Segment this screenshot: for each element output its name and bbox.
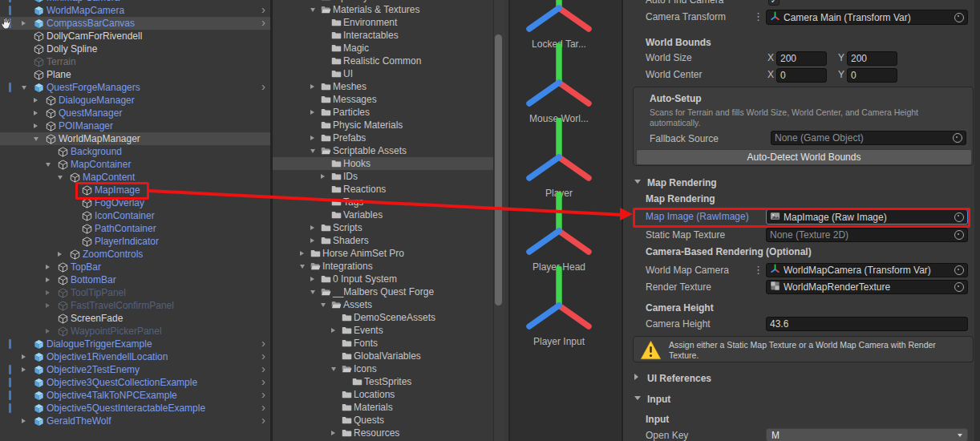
collapse-arrow-icon[interactable] [310, 290, 315, 294]
expand-arrow-icon[interactable] [34, 123, 38, 128]
expand-arrow-icon[interactable] [22, 21, 26, 26]
foldout-open-icon[interactable] [634, 180, 641, 184]
collapse-arrow-icon[interactable] [58, 176, 63, 180]
project-folder-reactions[interactable]: Reactions [273, 183, 493, 196]
hierarchy-item-dialoguemanager[interactable]: DialogueManager [0, 94, 270, 107]
hierarchy-item-compassbarcanvas[interactable]: CompassBarCanvas› [0, 17, 270, 30]
hierarchy-item-questforgemanagers[interactable]: QuestForgeManagers› [0, 81, 270, 94]
expand-arrow-icon[interactable] [310, 136, 314, 140]
world-map-camera-field[interactable]: WorldMapCamera (Transform Var) [766, 263, 968, 277]
chevron-right-icon[interactable]: › [261, 16, 265, 29]
chevron-right-icon[interactable]: › [261, 414, 265, 427]
object-picker-icon[interactable] [954, 282, 964, 292]
collapse-arrow-icon[interactable] [331, 367, 336, 371]
expand-arrow-icon[interactable] [22, 367, 26, 372]
hierarchy-item-zoomcontrols[interactable]: ZoomControls [0, 248, 270, 261]
static-map-texture-field[interactable]: None (Texture 2D) [766, 228, 968, 242]
hierarchy-item-objective5questinteractableexample[interactable]: Objective5QuestInteractableExample› [0, 402, 270, 415]
project-folder-resources[interactable]: Resources [273, 427, 493, 439]
foldout-open-icon[interactable] [634, 396, 641, 400]
hierarchy-item-objective3questcollectionexample[interactable]: Objective3QuestCollectionExample› [0, 376, 270, 389]
project-folder-testsprites[interactable]: TestSprites [273, 375, 493, 388]
project-folder-0-input-system[interactable]: 0 Input System [273, 273, 493, 285]
collapse-arrow-icon[interactable] [321, 303, 326, 307]
inspector-scrollbar-gutter[interactable] [974, 0, 980, 441]
hierarchy-item-objective4talktonpcexample[interactable]: Objective4TalkToNPCExample› [0, 389, 270, 402]
project-folder-fonts[interactable]: Fonts [273, 337, 493, 350]
hierarchy-item-dollycamforrivendell[interactable]: DollyCamForRivendell [0, 30, 270, 42]
project-folder-messages[interactable]: Messages [273, 93, 493, 106]
project-folder-assets[interactable]: Assets [273, 298, 493, 311]
project-folder-variables[interactable]: Variables [273, 208, 493, 221]
render-texture-field[interactable]: WorldMapRenderTexture [766, 280, 968, 294]
input-foldout[interactable]: Input [623, 392, 980, 408]
hierarchy-item-tooltippanel[interactable]: ToolTipPanel [0, 286, 270, 299]
expand-arrow-icon[interactable] [310, 110, 314, 115]
chevron-right-icon[interactable]: › [261, 401, 265, 414]
object-picker-icon[interactable] [954, 265, 964, 275]
camera-height-field[interactable]: 43.6 [766, 317, 968, 331]
project-folder-ids[interactable]: IDs [273, 170, 493, 183]
chevron-right-icon[interactable]: › [261, 3, 265, 16]
chevron-right-icon[interactable]: › [261, 362, 265, 375]
world-size-y-field[interactable]: 200 [847, 51, 897, 66]
map-image-field[interactable]: MapImage (Raw Image) [766, 209, 968, 225]
expand-arrow-icon[interactable] [310, 277, 314, 281]
world-center-x-field[interactable]: 0 [776, 68, 827, 83]
project-folder-tags[interactable]: Tags [273, 196, 493, 208]
hierarchy-item-worldmapmanager[interactable]: WorldMapManager [0, 132, 270, 145]
hierarchy-item-mapcontainer[interactable]: MapContainer [0, 158, 270, 171]
chevron-right-icon[interactable]: › [261, 350, 265, 362]
hierarchy-item-questmanager[interactable]: QuestManager [0, 107, 270, 119]
hierarchy-item-iconcontainer[interactable]: IconContainer [0, 209, 270, 222]
expand-arrow-icon[interactable] [331, 431, 335, 435]
expand-arrow-icon[interactable] [321, 174, 325, 179]
project-folder-particles[interactable]: Particles [273, 106, 493, 119]
project-folder-magic[interactable]: Magic [273, 42, 493, 55]
hierarchy-item-dolly-spline[interactable]: Dolly Spline [0, 42, 270, 55]
auto-detect-world-bounds-button[interactable]: Auto-Detect World Bounds [636, 149, 972, 165]
expand-arrow-icon[interactable] [310, 238, 314, 243]
project-folder-horse-animset-pro[interactable]: Horse AnimSet Pro [273, 247, 493, 260]
hierarchy-item-objective1rivendelllocation[interactable]: Objective1RivendellLocation› [0, 350, 270, 363]
hierarchy-item-waypointpickerpanel[interactable]: WaypointPickerPanel [0, 325, 270, 338]
hierarchy-item-worldmapcamera[interactable]: WorldMapCamera› [0, 4, 270, 17]
hierarchy-item-poimanager[interactable]: POIManager [0, 119, 270, 132]
project-folder-events[interactable]: Events [273, 324, 493, 337]
chevron-right-icon[interactable]: › [261, 388, 265, 401]
expand-arrow-icon[interactable] [34, 111, 38, 115]
project-folder-environment[interactable]: Environment [273, 16, 493, 29]
project-folder-shaders[interactable]: Shaders [273, 234, 493, 247]
hierarchy-item-mapimage[interactable]: MapImage [0, 184, 270, 196]
collapse-arrow-icon[interactable] [310, 8, 315, 12]
expand-arrow-icon[interactable] [300, 251, 304, 256]
project-folder-globalvariables[interactable]: GlobalVariables [273, 350, 493, 362]
asset-item-player-input[interactable]: Player Input [515, 336, 603, 347]
expand-arrow-icon[interactable] [46, 265, 50, 269]
open-key-dropdown[interactable]: M [766, 428, 968, 441]
camera-transform-field[interactable]: Camera Main (Transform Var) [766, 10, 968, 25]
project-folder-meshes[interactable]: Meshes [273, 80, 493, 93]
project-folder-ui[interactable]: UI [273, 67, 493, 80]
expand-arrow-icon[interactable] [22, 419, 26, 423]
project-folder-integrations[interactable]: Integrations [273, 260, 493, 273]
hierarchy-item-playerindicator[interactable]: PlayerIndicator [0, 235, 270, 248]
collapse-arrow-icon[interactable] [310, 149, 315, 153]
foldout-closed-icon[interactable] [634, 374, 638, 380]
project-scrollbar-thumb[interactable] [495, 34, 502, 305]
expand-arrow-icon[interactable] [22, 354, 26, 359]
fallback-source-field[interactable]: None (Game Object) [771, 131, 966, 145]
project-folder-materials-textures[interactable]: Materials & Textures [273, 3, 493, 16]
ui-references-foldout[interactable]: UI References [623, 371, 980, 387]
property-menu-icon[interactable]: ⋮ [753, 11, 763, 22]
project-folder-scripts[interactable]: Scripts [273, 221, 493, 234]
world-center-y-field[interactable]: 0 [847, 68, 897, 83]
object-picker-icon[interactable] [954, 230, 964, 240]
object-picker-icon[interactable] [953, 133, 962, 143]
chevron-right-icon[interactable]: › [261, 80, 265, 93]
hierarchy-item-screenfade[interactable]: ScreenFade [0, 312, 270, 325]
collapse-arrow-icon[interactable] [46, 163, 51, 167]
map-rendering-foldout[interactable]: Map Rendering [623, 176, 980, 192]
hierarchy-item-fogoverlay[interactable]: FogOverlay [0, 196, 270, 209]
hierarchy-item-topbar[interactable]: TopBar [0, 261, 270, 273]
